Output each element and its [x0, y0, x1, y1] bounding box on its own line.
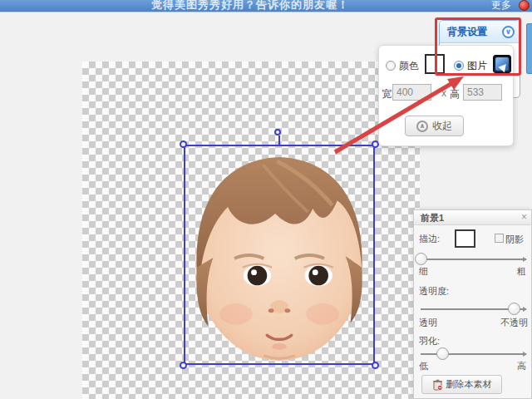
opacity-label: 透明度: — [419, 285, 449, 298]
hidden-panel-fragment — [526, 23, 532, 74]
height-input[interactable] — [463, 84, 502, 101]
opacity-slider-track[interactable] — [421, 308, 526, 310]
rotate-handle[interactable] — [274, 129, 281, 135]
stroke-slider-track[interactable] — [421, 259, 526, 260]
resize-handle-bottom-right[interactable] — [372, 362, 379, 369]
width-label: 宽 — [382, 87, 392, 101]
opacity-max-label: 不透明 — [500, 317, 528, 329]
collapse-button-label: 收起 — [432, 119, 452, 133]
feather-min-label: 低 — [419, 360, 428, 372]
feather-slider-track[interactable] — [421, 353, 526, 355]
collapse-button[interactable]: ∧ 收起 — [405, 116, 464, 136]
foreground-panel: 前景1 × 描边: 阴影 细 粗 透明度: 透明 不透明 羽化: 低 高 — [413, 209, 532, 399]
shadow-checkbox[interactable] — [495, 234, 504, 243]
height-label: 高 — [450, 87, 460, 101]
foreground-panel-titlebar[interactable]: 前景1 × — [414, 210, 531, 225]
delete-material-button[interactable]: 删除本素材 — [421, 375, 502, 394]
chevron-up-icon: ∧ — [416, 121, 428, 132]
delete-material-label: 删除本素材 — [446, 378, 492, 391]
trash-icon — [432, 379, 443, 391]
close-icon[interactable]: × — [521, 211, 527, 223]
more-link[interactable]: 更多 — [491, 0, 511, 12]
stroke-slider-knob[interactable] — [415, 253, 427, 265]
foreground-panel-title: 前景1 — [421, 212, 444, 224]
color-radio[interactable] — [386, 61, 396, 71]
feather-slider-knob[interactable] — [436, 347, 449, 360]
resize-handle-bottom-left[interactable] — [180, 362, 187, 369]
top-banner: 觉得美图秀秀好用？告诉你的朋友喔！ 更多 — [0, 0, 532, 12]
feather-max-label: 高 — [517, 360, 526, 372]
color-radio-label[interactable]: 颜色 — [399, 59, 419, 73]
baby-face-image[interactable] — [185, 146, 373, 363]
shadow-checkbox-label[interactable]: 阴影 — [505, 234, 524, 246]
width-input[interactable] — [392, 84, 431, 101]
stroke-max-label: 粗 — [517, 265, 526, 278]
rotate-handle-stem — [278, 135, 280, 146]
resize-handle-top-left[interactable] — [180, 140, 187, 148]
app-window: 觉得美图秀秀好用？告诉你的朋友喔！ 更多 — [0, 0, 532, 399]
opacity-slider-knob[interactable] — [508, 303, 520, 315]
stroke-label: 描边: — [419, 233, 440, 245]
highlight-rectangle — [435, 17, 521, 76]
image-selection-box[interactable] — [184, 145, 375, 365]
feather-label: 羽化: — [419, 335, 440, 347]
opacity-min-label: 透明 — [419, 317, 437, 329]
banner-message: 觉得美图秀秀好用？告诉你的朋友喔！ — [151, 0, 349, 12]
transparent-canvas[interactable] — [82, 62, 420, 399]
stroke-min-label: 细 — [419, 265, 428, 278]
multiply-label: x — [441, 87, 446, 99]
stroke-color-swatch[interactable] — [455, 229, 475, 248]
app-badge-icon[interactable] — [519, 0, 530, 11]
